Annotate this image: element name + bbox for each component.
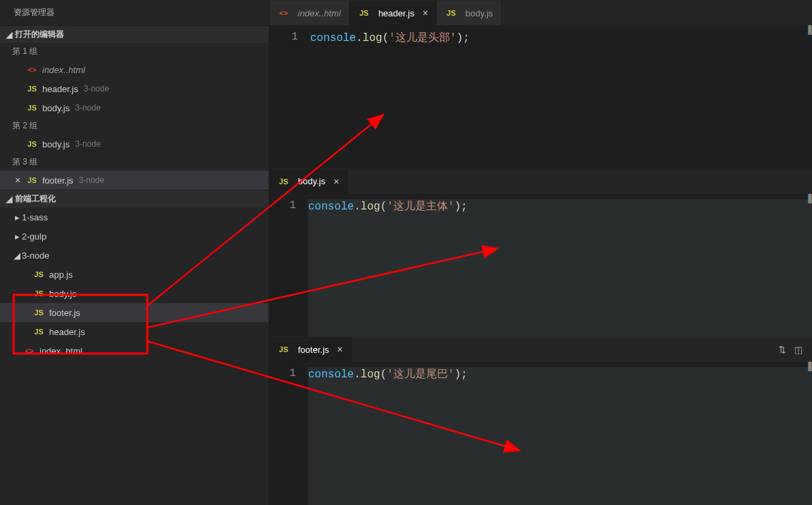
html-file-icon: <> (26, 63, 38, 76)
file-name: app.js (49, 270, 73, 280)
file-name: header.js (49, 327, 85, 337)
editor-pane: <>index..htmlJSheader.js×JSbody.js1conso… (269, 0, 812, 169)
tab-bar: JSfooter.js×⇅◫ (269, 337, 812, 362)
editor-tab[interactable]: JSbody.js× (269, 169, 348, 194)
open-editor-item[interactable]: JSbody.js3-node (0, 98, 269, 117)
folder-name: 3-node (22, 250, 49, 261)
chevron-down-icon: ◢ (4, 30, 14, 40)
js-file-icon: JS (33, 268, 45, 280)
close-icon[interactable]: × (423, 8, 428, 18)
editor-pane: JSbody.js×1console.log('这儿是主体'); (269, 169, 812, 337)
code-line: console.log('这儿是头部'); (310, 31, 470, 169)
chevron-right-icon: ▸ (12, 212, 22, 222)
compare-icon[interactable]: ⇅ (779, 345, 786, 355)
file-name: index..html (42, 65, 85, 75)
js-file-icon: JS (445, 7, 457, 19)
file-name: body.js (42, 139, 70, 149)
file-path-suffix: 3-node (75, 139, 100, 149)
file-name: body.js (49, 289, 76, 299)
chevron-down-icon: ◢ (12, 250, 22, 261)
code-area[interactable]: 1console.log('这儿是尾巴'); (269, 362, 812, 505)
explorer-sidebar: 资源管理器 ◢ 打开的编辑器 第 1 组<>index..htmlJSheade… (0, 0, 269, 505)
folder-item[interactable]: ▸2-gulp (0, 227, 269, 246)
split-editor-icon[interactable]: ◫ (794, 345, 802, 355)
js-file-icon: JS (33, 287, 45, 300)
js-file-icon: JS (358, 7, 370, 19)
project-label: 前端工程化 (15, 193, 56, 205)
open-editors-header[interactable]: ◢ 打开的编辑器 (0, 25, 269, 43)
js-file-icon: JS (33, 306, 45, 319)
line-number: 1 (269, 367, 308, 505)
file-item[interactable]: JSapp.js (0, 265, 269, 284)
file-item[interactable]: <>index..html (0, 341, 269, 360)
open-editors-list: 第 1 组<>index..htmlJSheader.js3-nodeJSbod… (0, 43, 269, 190)
chevron-down-icon: ◢ (4, 194, 14, 204)
minimap (808, 194, 812, 203)
file-path-suffix: 3-node (75, 103, 100, 113)
folder-name: 1-sass (22, 212, 48, 222)
tab-label: index..html (298, 8, 341, 18)
line-number: 1 (269, 31, 310, 169)
tab-label: header.js (378, 8, 415, 18)
file-path-suffix: 3-node (84, 84, 109, 93)
code-line: console.log('这儿是尾巴'); (308, 367, 812, 505)
editor-pane: JSfooter.js×⇅◫1console.log('这儿是尾巴'); (269, 336, 812, 505)
editor-tab[interactable]: <>index..html (269, 1, 350, 25)
tabbar-actions: ⇅◫ (779, 337, 812, 362)
folder-item[interactable]: ▸1-sass (0, 207, 269, 227)
tab-label: body.js (466, 8, 493, 18)
code-area[interactable]: 1console.log('这儿是主体'); (269, 194, 812, 337)
file-item[interactable]: JSheader.js (0, 322, 269, 341)
close-icon[interactable]: × (333, 176, 339, 187)
close-icon[interactable]: × (337, 344, 343, 355)
line-number: 1 (269, 199, 308, 337)
editor-tab[interactable]: JSfooter.js× (269, 337, 352, 362)
open-editor-item[interactable]: <>index..html (0, 60, 269, 79)
file-name: index..html (40, 346, 82, 356)
js-file-icon: JS (26, 102, 38, 114)
editor-area: <>index..htmlJSheader.js×JSbody.js1conso… (269, 0, 812, 505)
js-file-icon: JS (277, 343, 290, 356)
file-name: footer.js (42, 175, 74, 186)
editor-group-label: 第 1 组 (0, 43, 269, 60)
file-path-suffix: 3-node (79, 175, 104, 185)
editor-tab[interactable]: JSbody.js (437, 1, 502, 25)
tab-label: body.js (298, 176, 325, 186)
close-icon[interactable]: × (12, 175, 23, 186)
html-file-icon: <> (23, 345, 35, 357)
file-name: body.js (42, 103, 70, 113)
folder-item[interactable]: ◢3-node (0, 246, 269, 265)
explorer-title: 资源管理器 (0, 0, 269, 25)
html-file-icon: <> (277, 7, 290, 19)
editor-group-label: 第 3 组 (0, 154, 269, 171)
file-item[interactable]: JSfooter.js (0, 303, 269, 322)
js-file-icon: JS (26, 138, 38, 150)
tab-bar: <>index..htmlJSheader.js×JSbody.js (269, 1, 812, 25)
open-editors-label: 打开的编辑器 (15, 29, 64, 40)
project-header[interactable]: ◢ 前端工程化 (0, 190, 269, 207)
file-name: header.js (42, 84, 78, 94)
editor-tab[interactable]: JSheader.js× (350, 1, 437, 25)
js-file-icon: JS (26, 174, 38, 186)
file-name: footer.js (49, 308, 80, 318)
js-file-icon: JS (277, 175, 290, 188)
minimap (808, 362, 812, 371)
chevron-right-icon: ▸ (12, 231, 22, 242)
tab-label: footer.js (298, 345, 329, 355)
open-editor-item[interactable]: JSheader.js3-node (0, 79, 269, 98)
project-tree: ▸1-sass▸2-gulp◢3-nodeJSapp.jsJSbody.jsJS… (0, 207, 269, 360)
code-line: console.log('这儿是主体'); (308, 199, 812, 337)
code-area[interactable]: 1console.log('这儿是头部'); (269, 25, 812, 169)
open-editor-item[interactable]: JSbody.js3-node (0, 134, 269, 154)
minimap (808, 25, 812, 35)
open-editor-item[interactable]: ×JSfooter.js3-node (0, 171, 269, 190)
folder-name: 2-gulp (22, 231, 46, 242)
js-file-icon: JS (26, 83, 38, 95)
editor-group-label: 第 2 组 (0, 117, 269, 134)
file-item[interactable]: JSbody.js (0, 284, 269, 303)
js-file-icon: JS (33, 326, 45, 338)
tab-bar: JSbody.js× (269, 169, 812, 194)
